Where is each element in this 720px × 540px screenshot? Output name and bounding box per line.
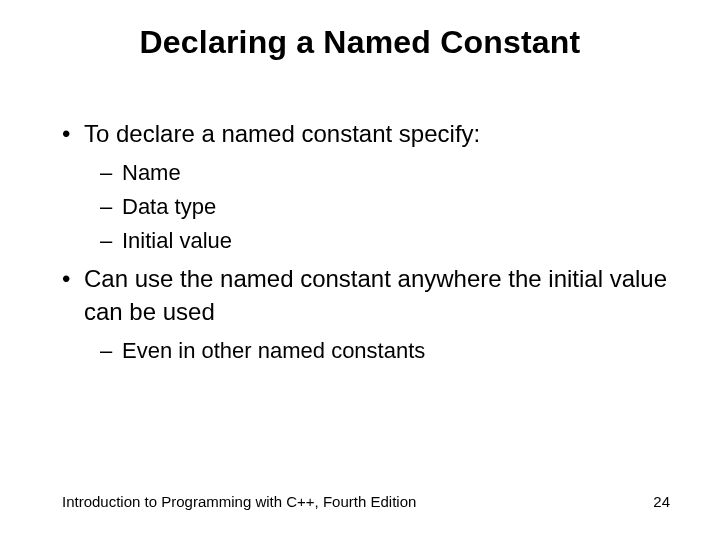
slide-body: To declare a named constant specify: Nam… — [62, 118, 680, 370]
page-number: 24 — [653, 493, 670, 510]
slide-footer: Introduction to Programming with C++, Fo… — [62, 493, 670, 510]
bullet-level2: Data type — [62, 192, 680, 222]
bullet-level2: Name — [62, 158, 680, 188]
footer-text: Introduction to Programming with C++, Fo… — [62, 493, 416, 510]
bullet-level2: Even in other named constants — [62, 336, 680, 366]
bullet-level1: Can use the named constant anywhere the … — [62, 263, 680, 328]
bullet-level2: Initial value — [62, 226, 680, 256]
slide: Declaring a Named Constant To declare a … — [0, 0, 720, 540]
bullet-level1: To declare a named constant specify: — [62, 118, 680, 150]
slide-title: Declaring a Named Constant — [0, 24, 720, 61]
